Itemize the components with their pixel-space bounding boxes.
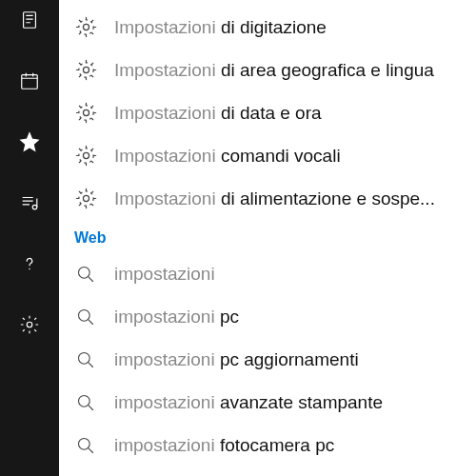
search-icon <box>74 306 97 328</box>
settings-result-item[interactable]: Impostazioni comandi vocali <box>69 134 465 177</box>
sidebar-item-calendar[interactable] <box>0 67 59 99</box>
result-label: impostazioni pc aggiornamenti <box>114 349 359 370</box>
svg-point-18 <box>79 395 90 407</box>
web-result-item[interactable]: impostazioni fotocamera pc <box>69 424 465 466</box>
result-label: Impostazioni comandi vocali <box>114 146 341 167</box>
svg-point-11 <box>83 152 89 158</box>
gear-icon <box>74 16 97 39</box>
calendar-icon <box>19 70 40 95</box>
svg-point-12 <box>78 149 92 163</box>
web-result-item[interactable]: impostazioni mail libero <box>69 466 465 476</box>
svg-point-4 <box>27 322 32 327</box>
gear-icon <box>74 102 97 125</box>
svg-point-14 <box>78 191 92 206</box>
result-label: Impostazioni di data e ora <box>114 103 322 124</box>
sidebar-item-favorites[interactable] <box>0 128 59 160</box>
result-label: impostazioni <box>114 264 215 285</box>
svg-rect-1 <box>22 75 38 89</box>
result-label: impostazioni pc <box>114 307 239 327</box>
gear-icon <box>74 145 97 168</box>
svg-point-7 <box>83 67 89 72</box>
result-label: Impostazioni di area geografica e lingua <box>114 60 434 81</box>
svg-point-10 <box>78 106 92 120</box>
result-label: Impostazioni di alimentazione e sospe... <box>114 188 435 209</box>
web-result-item[interactable]: impostazioni <box>69 252 465 295</box>
svg-point-9 <box>83 109 89 115</box>
settings-icon <box>19 314 40 339</box>
settings-results: Impostazioni di digitazione Impostazioni… <box>69 6 465 220</box>
web-result-item[interactable]: impostazioni pc aggiornamenti <box>69 338 465 381</box>
result-label: Impostazioni di digitazione <box>114 17 327 38</box>
settings-result-item[interactable]: Impostazioni di alimentazione e sospe... <box>69 177 465 220</box>
svg-point-15 <box>79 267 90 278</box>
star-icon <box>19 131 40 156</box>
svg-point-2 <box>32 205 37 209</box>
web-result-item[interactable]: impostazioni pc <box>69 295 465 338</box>
result-label: impostazioni fotocamera pc <box>114 435 334 456</box>
search-icon <box>74 434 97 457</box>
help-icon <box>19 253 40 278</box>
svg-point-19 <box>79 438 90 449</box>
search-icon <box>74 348 97 371</box>
settings-result-item[interactable]: Impostazioni di area geografica e lingua <box>69 49 465 91</box>
web-section-header: Web <box>69 220 465 252</box>
web-results: impostazioni impostazioni pc impostazion… <box>69 252 465 476</box>
sidebar-item-document[interactable] <box>0 6 59 38</box>
svg-point-6 <box>78 20 92 34</box>
music-list-icon <box>19 192 40 217</box>
result-label: impostazioni avanzate stampante <box>114 392 383 413</box>
svg-point-5 <box>83 24 89 30</box>
sidebar <box>0 0 59 476</box>
settings-result-item[interactable]: Impostazioni di digitazione <box>69 6 465 49</box>
svg-point-3 <box>29 268 30 269</box>
search-icon <box>74 391 97 414</box>
svg-point-8 <box>78 63 92 77</box>
gear-icon <box>74 188 97 210</box>
svg-point-16 <box>79 309 90 321</box>
sidebar-item-music[interactable] <box>0 188 59 221</box>
svg-rect-0 <box>24 12 36 29</box>
results-panel: Impostazioni di digitazione Impostazioni… <box>59 0 476 476</box>
document-icon <box>19 10 40 34</box>
search-icon <box>74 263 97 286</box>
svg-point-17 <box>79 352 90 364</box>
sidebar-item-settings[interactable] <box>0 310 59 343</box>
gear-icon <box>74 59 97 82</box>
settings-result-item[interactable]: Impostazioni di data e ora <box>69 91 465 134</box>
svg-point-13 <box>83 195 89 201</box>
web-result-item[interactable]: impostazioni avanzate stampante <box>69 381 465 424</box>
sidebar-item-help[interactable] <box>0 249 59 282</box>
